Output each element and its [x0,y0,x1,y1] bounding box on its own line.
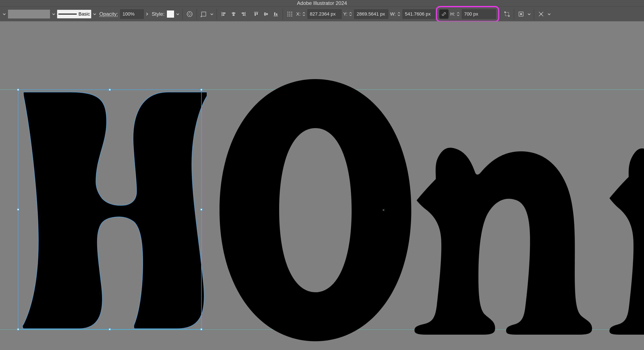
svg-rect-10 [232,12,235,14]
svg-rect-32 [291,16,292,16]
svg-point-2 [190,14,191,14]
align-group [219,10,248,19]
svg-rect-34 [504,12,506,13]
svg-rect-33 [505,12,509,16]
isolate-icon[interactable] [199,10,208,19]
svg-point-1 [189,12,190,13]
valign-group [252,10,280,19]
svg-rect-19 [264,12,266,16]
svg-rect-29 [291,14,292,14]
graphic-style-swatch[interactable] [167,10,174,18]
sel-handle-ml[interactable] [17,208,19,210]
sel-handle-tc[interactable] [109,89,111,91]
w-label: W: [389,11,396,17]
sel-handle-bc[interactable] [109,328,111,330]
align-left-icon[interactable] [219,10,228,19]
stroke-line-preview [58,14,77,14]
align-top-icon[interactable] [252,10,261,19]
align-to-dropdown[interactable] [526,10,532,19]
svg-rect-20 [266,13,268,15]
svg-rect-15 [254,12,258,12]
align-vcenter-icon[interactable] [261,10,271,19]
y-label: Y: [342,11,348,17]
fill-dropdown[interactable] [2,10,7,19]
stroke-profile[interactable]: Basic [57,10,91,18]
align-to-icon[interactable] [516,10,526,19]
opacity-stepper[interactable] [144,10,150,19]
y-input[interactable] [354,10,388,19]
w-input[interactable] [402,10,437,19]
y-spinner[interactable] [349,10,353,19]
canvas[interactable]: × [0,21,644,350]
svg-rect-13 [242,12,245,14]
svg-rect-30 [288,16,288,16]
divider [282,9,283,20]
sel-handle-mr[interactable] [200,208,202,210]
titlebar: Adobe Illustrator 2024 [0,0,644,6]
transform-each-dropdown[interactable] [546,10,552,19]
svg-point-3 [189,15,190,16]
stroke-profile-label: Basic [78,11,90,17]
svg-rect-31 [290,16,290,16]
recolor-icon[interactable] [185,10,194,19]
x-spinner[interactable] [302,10,307,19]
w-spinner[interactable] [398,10,402,19]
app-title: Adobe Illustrator 2024 [297,0,347,6]
sel-handle-tl[interactable] [17,89,19,91]
stroke-profile-dropdown[interactable] [92,10,97,19]
svg-rect-26 [291,12,292,12]
svg-rect-11 [232,14,235,16]
svg-point-4 [188,14,189,14]
svg-rect-5 [202,12,206,16]
svg-rect-25 [290,12,290,12]
svg-rect-28 [290,14,290,14]
divider [216,9,217,20]
svg-rect-17 [256,13,258,15]
align-right-icon[interactable] [239,10,248,19]
opacity-input[interactable] [120,10,144,19]
svg-rect-12 [245,12,246,16]
fill-swatch[interactable] [8,10,50,19]
style-label: Style: [150,11,166,17]
svg-point-0 [187,12,192,17]
artboard-center-mark: × [382,208,384,212]
control-bar: Basic Opacity: Style: [0,6,644,21]
isolate-dropdown[interactable] [209,10,214,19]
h-input[interactable] [462,10,496,19]
fill-swatch-dropdown[interactable] [51,10,56,19]
transform-anchor-icon[interactable] [285,10,294,19]
divider [196,9,197,20]
constrain-proportions-icon[interactable] [439,10,448,19]
divider [182,9,183,20]
svg-rect-22 [274,12,275,15]
sel-handle-tr[interactable] [200,89,202,91]
svg-rect-7 [222,12,226,14]
glyph-partial[interactable] [603,136,644,337]
sel-handle-bl[interactable] [17,328,19,330]
svg-rect-16 [255,13,256,16]
svg-rect-8 [222,14,224,16]
svg-rect-14 [243,14,245,16]
opacity-label[interactable]: Opacity: [98,11,119,17]
svg-rect-35 [508,15,510,17]
x-label: X: [295,11,302,17]
align-hcenter-icon[interactable] [229,10,238,19]
h-label: H: [450,11,456,17]
sel-handle-br[interactable] [200,328,202,330]
svg-rect-21 [274,16,278,16]
align-bottom-icon[interactable] [271,10,280,19]
divider [514,9,514,20]
shape-mode-icon[interactable] [502,10,512,19]
graphic-style-dropdown[interactable] [175,10,180,19]
selection-box[interactable] [18,90,202,330]
divider [500,9,500,20]
svg-rect-23 [276,14,277,15]
transform-each-icon[interactable] [536,10,546,19]
svg-rect-6 [222,12,222,16]
svg-rect-27 [288,14,288,14]
svg-rect-24 [288,12,288,12]
h-spinner[interactable] [457,10,461,19]
glyph-n[interactable] [412,136,596,337]
svg-rect-37 [520,13,522,15]
x-input[interactable] [308,10,342,19]
